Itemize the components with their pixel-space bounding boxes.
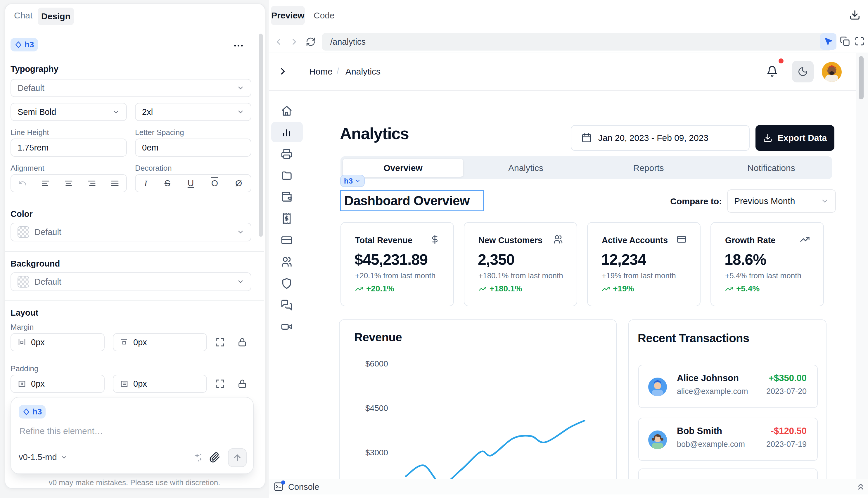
- chevron-down-icon: [237, 108, 244, 116]
- bell-icon[interactable]: [766, 65, 778, 77]
- nav-printer-icon[interactable]: [281, 148, 292, 160]
- chevron-down-icon: [112, 108, 120, 116]
- tab-design[interactable]: Design: [38, 8, 74, 25]
- copy-icon[interactable]: [840, 36, 850, 46]
- nav-users-icon[interactable]: [281, 256, 292, 268]
- chevron-down-icon: [237, 278, 244, 286]
- compare-select[interactable]: Previous Month: [727, 189, 836, 213]
- transactions-card: Recent Transactions Alice Johnson alice@…: [628, 319, 827, 479]
- nav-shield-icon[interactable]: [281, 278, 292, 289]
- stat-title: New Customers: [478, 236, 542, 245]
- inspect-button[interactable]: [820, 33, 837, 50]
- tab-reports-label[interactable]: Reports: [588, 163, 709, 173]
- nav-video-icon[interactable]: [281, 321, 292, 332]
- sparkles-icon[interactable]: [193, 452, 204, 463]
- fullscreen-icon[interactable]: [855, 36, 865, 46]
- console-badge-dot: [281, 481, 285, 485]
- console-label[interactable]: Console: [288, 482, 319, 492]
- italic-icon[interactable]: I: [144, 178, 147, 188]
- selected-element-chip[interactable]: h3: [11, 38, 38, 51]
- nav-folder-icon[interactable]: [281, 170, 292, 181]
- chart-title: Revenue: [354, 331, 402, 344]
- transaction-row-partial[interactable]: [638, 469, 818, 479]
- avatar[interactable]: [822, 62, 842, 82]
- margin-y-input[interactable]: 0px: [113, 333, 207, 351]
- users-icon: [553, 234, 563, 244]
- margin-x-input[interactable]: 0px: [11, 333, 105, 351]
- inspect-element-chip[interactable]: h3: [340, 175, 365, 187]
- tab-analytics-label[interactable]: Analytics: [465, 163, 586, 173]
- stat-value: 2,350: [478, 251, 514, 268]
- left-scrollbar[interactable]: [259, 34, 263, 237]
- v0-workspace: Chat Design h3 Typography Default Semi B…: [0, 0, 868, 498]
- color-select[interactable]: Default: [11, 223, 251, 241]
- padding-y-input[interactable]: 0px: [113, 375, 207, 393]
- divider: [269, 90, 868, 91]
- tab-chat[interactable]: Chat: [14, 11, 32, 21]
- align-right-icon[interactable]: [88, 179, 96, 188]
- attachment-icon[interactable]: [209, 452, 220, 463]
- underline-icon[interactable]: U: [188, 178, 194, 188]
- align-center-icon[interactable]: [64, 179, 73, 188]
- more-options-icon[interactable]: [233, 40, 244, 51]
- strikethrough-icon[interactable]: S: [165, 178, 170, 188]
- composer-input[interactable]: Refine this element…: [19, 426, 103, 436]
- tab-notifications-label[interactable]: Notifications: [711, 163, 831, 173]
- font-weight-select[interactable]: Semi Bold: [11, 103, 127, 121]
- transaction-row[interactable]: Alice Johnson alice@example.com +$350.00…: [638, 365, 818, 408]
- tab-overview-label[interactable]: Overview: [343, 163, 463, 173]
- chevron-down-icon: [355, 178, 361, 184]
- export-data-button[interactable]: Export Data: [755, 125, 834, 151]
- trend-up-icon: [602, 285, 610, 293]
- padding-x-input[interactable]: 0px: [11, 375, 105, 393]
- undo-icon[interactable]: [18, 179, 27, 188]
- overline-icon[interactable]: O: [211, 178, 218, 188]
- tab-preview[interactable]: Preview: [271, 6, 305, 25]
- breadcrumb-current[interactable]: Analytics: [345, 67, 381, 77]
- model-selector[interactable]: v0-1.5-md: [19, 453, 67, 462]
- sidebar-toggle-icon[interactable]: [278, 66, 288, 77]
- nav-receipt-icon[interactable]: [281, 213, 292, 224]
- line-height-input[interactable]: 1.75rem: [11, 139, 127, 157]
- nav-messages-icon[interactable]: [281, 299, 292, 311]
- padding-label: Padding: [11, 364, 38, 373]
- stat-delta: +20.1%: [355, 284, 394, 293]
- avatar: [648, 431, 667, 449]
- refresh-icon[interactable]: [306, 37, 316, 47]
- trend-up-icon: [355, 285, 363, 293]
- send-button[interactable]: [228, 448, 247, 467]
- download-icon[interactable]: [849, 9, 860, 21]
- background-select[interactable]: Default: [11, 272, 251, 291]
- nav-bar-chart-icon[interactable]: [281, 126, 292, 137]
- composer-element-chip[interactable]: h3: [19, 405, 45, 419]
- tab-code[interactable]: Code: [314, 11, 334, 21]
- forward-icon[interactable]: [289, 37, 299, 47]
- no-decoration-icon[interactable]: Ø: [235, 178, 242, 188]
- theme-toggle-button[interactable]: [792, 61, 814, 82]
- transaction-row[interactable]: Bob Smith bob@example.com -$120.50 2023-…: [638, 418, 818, 461]
- breadcrumb-home[interactable]: Home: [309, 67, 332, 77]
- console-bar[interactable]: [269, 479, 868, 495]
- align-left-icon[interactable]: [41, 179, 50, 188]
- nav-wallet-icon[interactable]: [281, 191, 292, 202]
- date-range-picker[interactable]: Jan 20, 2023 - Feb 09, 2023: [571, 125, 750, 151]
- lock-padding-icon[interactable]: [237, 379, 247, 389]
- nav-home-icon[interactable]: [281, 105, 292, 117]
- nav-credit-card-icon[interactable]: [281, 234, 292, 246]
- font-family-select[interactable]: Default: [11, 79, 251, 97]
- chevrons-up-icon[interactable]: [856, 482, 866, 492]
- lock-margin-icon[interactable]: [237, 337, 247, 347]
- back-icon[interactable]: [274, 37, 284, 47]
- expand-margin-icon[interactable]: [215, 337, 225, 347]
- font-size-select[interactable]: 2xl: [135, 103, 251, 121]
- trending-up-icon: [800, 234, 810, 244]
- preview-scrollbar-thumb[interactable]: [859, 56, 864, 100]
- y-tick-4500: $4500: [365, 404, 388, 413]
- letter-spacing-input[interactable]: 0em: [135, 139, 251, 157]
- url-bar[interactable]: /analytics: [322, 33, 832, 51]
- section-title: Dashboard Overview: [344, 194, 470, 208]
- chevron-down-icon: [821, 197, 829, 205]
- divider: [5, 57, 264, 57]
- align-justify-icon[interactable]: [110, 179, 119, 188]
- expand-padding-icon[interactable]: [215, 379, 225, 389]
